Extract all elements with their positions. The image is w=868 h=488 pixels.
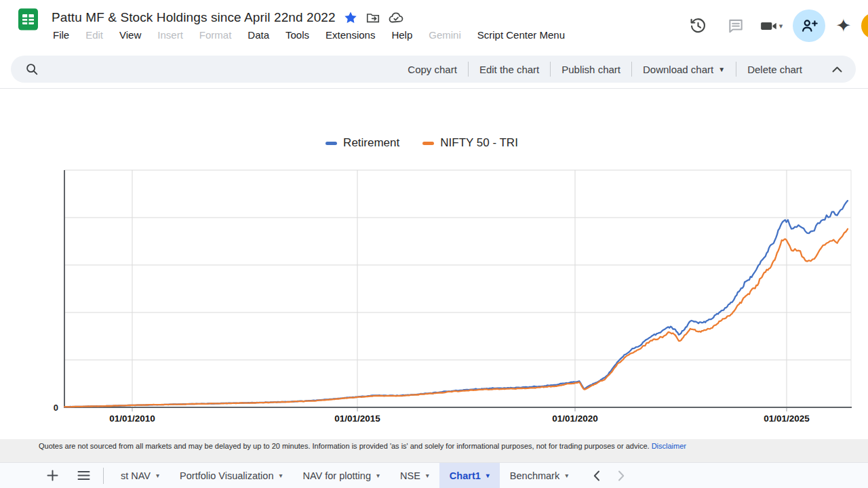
sheet-tab-label: NAV for plotting bbox=[302, 470, 370, 481]
delete-chart-button[interactable]: Delete chart bbox=[736, 64, 813, 75]
sheet-tab-label: Portfolio Visualization bbox=[180, 470, 273, 481]
disclaimer-text: Quotes are not sourced from all markets … bbox=[39, 442, 650, 450]
legend-item-nifty-50-tri: NIFTY 50 - TRI bbox=[422, 136, 518, 150]
meet-camera-button[interactable]: ▾ bbox=[760, 17, 783, 35]
sheet-tab-caret-icon[interactable]: ▾ bbox=[376, 472, 380, 479]
menu-view[interactable]: View bbox=[119, 29, 141, 41]
menu-data[interactable]: Data bbox=[248, 29, 269, 41]
scroll-tabs-left-icon[interactable] bbox=[593, 470, 600, 481]
share-button[interactable] bbox=[793, 9, 825, 42]
document-title-bar: Pattu MF & Stock Holdings since April 22… bbox=[52, 9, 404, 26]
clipped-tab-divider bbox=[103, 468, 104, 484]
sheet-tab-caret-icon[interactable]: ▾ bbox=[565, 472, 568, 479]
star-icon[interactable] bbox=[343, 10, 358, 25]
legend-label: Retirement bbox=[343, 136, 399, 150]
sheet-tab-chart1[interactable]: Chart1▾ bbox=[439, 463, 500, 488]
cloud-saved-icon[interactable] bbox=[388, 9, 404, 26]
sheet-tab-label: NSE bbox=[400, 470, 420, 481]
publish-chart-button[interactable]: Publish chart bbox=[551, 64, 631, 75]
menu-tools[interactable]: Tools bbox=[285, 29, 309, 41]
x-tick-label: 01/01/2010 bbox=[109, 413, 155, 424]
menu-script-center-menu[interactable]: Script Center Menu bbox=[477, 29, 565, 41]
dropdown-caret-icon: ▼ bbox=[718, 66, 725, 73]
comments-icon[interactable] bbox=[722, 12, 749, 39]
menu-insert[interactable]: Insert bbox=[157, 29, 183, 41]
google-sheets-logo-icon[interactable] bbox=[16, 7, 40, 31]
collapse-toolbar-button[interactable] bbox=[832, 66, 842, 73]
menu-help[interactable]: Help bbox=[391, 29, 412, 41]
all-sheets-menu-button[interactable] bbox=[73, 470, 94, 481]
person-add-icon bbox=[800, 17, 818, 35]
sheet-tab-label: Benchmark bbox=[510, 470, 559, 481]
sheet-tab-caret-icon[interactable]: ▾ bbox=[486, 472, 490, 479]
menu-extensions[interactable]: Extensions bbox=[326, 29, 375, 41]
version-history-icon[interactable] bbox=[685, 12, 712, 39]
document-title[interactable]: Pattu MF & Stock Holdings since April 22… bbox=[52, 10, 336, 25]
search-icon[interactable] bbox=[24, 62, 39, 77]
sheet-tab-nav-for-plotting[interactable]: NAV for plotting▾ bbox=[292, 463, 390, 488]
legend-item-retirement: Retirement bbox=[326, 136, 399, 150]
sheet-tab-benchmark[interactable]: Benchmark▾ bbox=[500, 463, 578, 488]
menu-bar: FileEditViewInsertFormatDataToolsExtensi… bbox=[53, 29, 565, 41]
move-to-folder-icon[interactable] bbox=[366, 10, 380, 25]
sheets-app: Pattu MF & Stock Holdings since April 22… bbox=[0, 0, 868, 488]
download-chart-button[interactable]: Download chart▼ bbox=[632, 64, 736, 75]
x-tick-label: 01/01/2025 bbox=[764, 413, 810, 424]
header-actions: ▾ ✦ bbox=[685, 9, 868, 43]
legend-label: NIFTY 50 - TRI bbox=[440, 136, 518, 150]
sheet-tab-portfolio-visualization[interactable]: Portfolio Visualization▾ bbox=[170, 463, 292, 488]
quotes-disclaimer: Quotes are not sourced from all markets … bbox=[0, 439, 868, 462]
chart-toolbar: Copy chartEdit the chartPublish chartDow… bbox=[11, 56, 856, 83]
toolbar-divider bbox=[0, 88, 868, 89]
chart-legend: RetirementNIFTY 50 - TRI bbox=[0, 136, 856, 150]
camera-dropdown-caret-icon[interactable]: ▾ bbox=[779, 22, 783, 30]
menu-file[interactable]: File bbox=[53, 29, 69, 41]
legend-dash-icon bbox=[422, 142, 434, 145]
account-avatar[interactable] bbox=[861, 13, 868, 39]
gemini-sparkle-icon[interactable]: ✦ bbox=[835, 17, 851, 35]
tab-scroll-nav bbox=[593, 470, 625, 481]
sheet-tab-caret-icon[interactable]: ▾ bbox=[156, 472, 159, 479]
y-tick-label: 0 bbox=[54, 403, 58, 413]
x-tick-label: 01/01/2015 bbox=[334, 413, 380, 424]
add-sheet-button[interactable] bbox=[42, 469, 62, 482]
legend-dash-icon bbox=[326, 142, 337, 145]
menu-edit[interactable]: Edit bbox=[85, 29, 103, 41]
series-line-retirement[interactable] bbox=[64, 201, 848, 407]
sheet-tab-st-nav[interactable]: st NAV▾ bbox=[111, 463, 170, 488]
sheet-tab-label: Chart1 bbox=[450, 470, 481, 481]
sheet-tab-caret-icon[interactable]: ▾ bbox=[279, 472, 282, 479]
copy-chart-button[interactable]: Copy chart bbox=[397, 64, 468, 75]
x-tick-label: 01/01/2020 bbox=[552, 413, 598, 424]
series-line-nifty-50-tri[interactable] bbox=[64, 229, 848, 407]
sheet-tab-nse[interactable]: NSE▾ bbox=[390, 463, 439, 488]
sheet-tab-caret-icon[interactable]: ▾ bbox=[426, 472, 429, 479]
menu-gemini[interactable]: Gemini bbox=[429, 29, 461, 41]
sheet-tab-label: st NAV bbox=[121, 470, 151, 481]
edit-the-chart-button[interactable]: Edit the chart bbox=[469, 64, 550, 75]
menu-format[interactable]: Format bbox=[199, 29, 232, 41]
sheet-tabs: st NAV▾Portfolio Visualization▾NAV for p… bbox=[111, 463, 578, 488]
app-header: Pattu MF & Stock Holdings since April 22… bbox=[0, 0, 868, 54]
sheet-tab-bar: st NAV▾Portfolio Visualization▾NAV for p… bbox=[0, 462, 868, 488]
chart-action-buttons: Copy chartEdit the chartPublish chartDow… bbox=[397, 62, 813, 77]
disclaimer-link[interactable]: Disclaimer bbox=[652, 442, 686, 450]
scroll-tabs-right-icon[interactable] bbox=[618, 470, 625, 481]
